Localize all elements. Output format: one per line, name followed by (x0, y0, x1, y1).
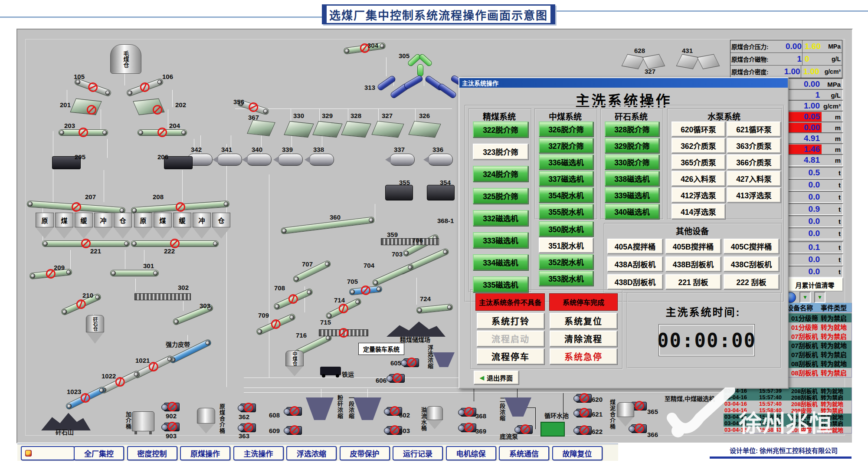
scraper-conveyor-icon[interactable] (381, 238, 439, 245)
system-menu-button[interactable] (21, 446, 75, 460)
device-button-350脱水机[interactable]: 350脱水机 (539, 221, 593, 236)
device-button-326脱介筛[interactable]: 326脱介筛 (539, 121, 593, 137)
control-button-系统复位[interactable]: 系统复位 (550, 313, 617, 329)
nav-button-原煤操作[interactable]: 原煤操作 (180, 446, 230, 460)
nav-button-密度控制[interactable]: 密度控制 (127, 446, 177, 460)
pump-icon[interactable] (517, 425, 533, 434)
control-button-清除流程[interactable]: 清除流程 (550, 331, 617, 347)
conveyor-icon[interactable] (110, 270, 159, 276)
magnetic-separator-icon[interactable] (217, 154, 242, 166)
device-button-438D刮板机[interactable]: 438D刮板机 (607, 274, 663, 289)
scraper-conveyor-icon[interactable] (134, 293, 191, 300)
device-button-334磁选机[interactable]: 334磁选机 (473, 254, 528, 270)
device-button-366介质泵[interactable]: 366介质泵 (727, 154, 781, 170)
pump-icon[interactable] (389, 374, 405, 383)
nav-button-主洗操作[interactable]: 主洗操作 (233, 446, 284, 460)
conveyor-icon[interactable] (42, 240, 130, 247)
pump-icon[interactable] (240, 404, 256, 412)
device-button-438A刮板机[interactable]: 438A刮板机 (607, 256, 663, 272)
device-button-438B刮板机[interactable]: 438B刮板机 (665, 256, 721, 272)
month-reset-button[interactable]: 月累计值清零 (786, 278, 843, 292)
event-row[interactable]: 03-04-1615:57:40208刮板机转为就地 (723, 401, 852, 407)
splitter-icon[interactable] (407, 56, 433, 76)
device-button-339磁选机[interactable]: 339磁选机 (605, 187, 659, 203)
conveyor-icon[interactable] (59, 129, 108, 136)
device-button-427入料泵[interactable]: 427入料泵 (727, 171, 781, 186)
device-button-332磁选机[interactable]: 332磁选机 (473, 210, 528, 226)
nav-button-电机综保[interactable]: 电机综保 (446, 446, 496, 460)
pump-icon[interactable] (164, 423, 180, 431)
pump-icon[interactable] (576, 394, 592, 403)
magnetic-separator-icon[interactable] (309, 154, 334, 166)
device-button-353脱水机[interactable]: 353脱水机 (539, 271, 593, 286)
device-button-327脱介筛[interactable]: 327脱介筛 (539, 138, 593, 153)
device-button-338磁选机[interactable]: 338磁选机 (605, 171, 659, 186)
device-button-352脱水机[interactable]: 352脱水机 (539, 254, 593, 269)
nav-button-全厂集控[interactable]: 全厂集控 (74, 446, 124, 460)
export-icon[interactable]: ▼ (814, 292, 825, 303)
dialog-titlebar[interactable]: 主汰系统操作 (459, 78, 788, 88)
event-row[interactable]: 03-04-1615:58:43209皮带转为禁启 (723, 420, 852, 427)
nav-button-系统通信[interactable]: 系统通信 (499, 446, 549, 460)
device-button-323脱介筛[interactable]: 323脱介筛 (473, 144, 528, 160)
pump-icon[interactable] (461, 408, 476, 417)
device-button-405A搅拌桶[interactable]: 405A搅拌桶 (607, 239, 663, 254)
device-button-438C刮板机[interactable]: 438C刮板机 (724, 256, 779, 272)
device-button-365介质泵[interactable]: 365介质泵 (671, 154, 725, 170)
control-button-流程停车[interactable]: 流程停车 (477, 348, 544, 364)
device-button-405B搅拌桶[interactable]: 405B搅拌桶 (665, 239, 721, 254)
device-button-405C搅拌桶[interactable]: 405C搅拌桶 (724, 239, 779, 254)
magnetic-separator-icon[interactable] (428, 154, 453, 166)
pump-icon[interactable] (240, 424, 256, 432)
pump-icon[interactable] (286, 426, 302, 435)
screen-icon[interactable] (371, 121, 404, 138)
conveyor-icon[interactable] (138, 129, 187, 136)
device-button-340磁选机[interactable]: 340磁选机 (605, 204, 659, 219)
nav-button-浮选浓缩[interactable]: 浮选浓缩 (286, 446, 337, 460)
magnetic-separator-icon[interactable] (390, 154, 415, 166)
conveyor-icon[interactable] (131, 240, 219, 247)
device-button-328脱介筛[interactable]: 328脱介筛 (605, 121, 659, 137)
device-button-414浮选泵[interactable]: 414浮选泵 (671, 204, 725, 219)
device-button-335磁选机[interactable]: 335磁选机 (473, 276, 528, 292)
exit-button[interactable]: ◀ 退出界面 (474, 371, 519, 384)
device-button-336磁选机[interactable]: 336磁选机 (539, 154, 593, 170)
device-button-362介质泵[interactable]: 362介质泵 (671, 138, 725, 153)
export-icon[interactable]: ▼ (799, 292, 811, 303)
event-row[interactable]: 03-04-1615:58:40209皮带转为禁启 (723, 407, 852, 414)
device-button-621循环泵[interactable]: 621循环泵 (727, 121, 781, 137)
scraper-conveyor-icon[interactable] (319, 329, 368, 336)
event-row[interactable]: 03-04-1615:58:40209皮带转为就地 (723, 414, 852, 420)
loading-system-box[interactable]: 定量装车系统 (358, 343, 404, 355)
pump-icon[interactable] (403, 358, 419, 367)
device-button-337磁选机[interactable]: 337磁选机 (539, 171, 593, 186)
pump-icon[interactable] (576, 426, 592, 435)
event-row[interactable]: 03-04-1615:58:43209皮带转为就地 (723, 427, 852, 433)
device-button-330脱介筛[interactable]: 330脱介筛 (605, 154, 659, 170)
device-button-322脱介筛[interactable]: 322脱介筛 (473, 121, 528, 138)
device-button-413浮选泵[interactable]: 413浮选泵 (727, 187, 781, 203)
pump-icon[interactable] (286, 407, 302, 416)
magnetic-separator-icon[interactable] (278, 154, 303, 166)
device-button-355脱水机[interactable]: 355脱水机 (539, 204, 593, 219)
pump-icon[interactable] (461, 424, 476, 432)
device-button-426入料泵[interactable]: 426入料泵 (671, 171, 725, 186)
device-button-329脱介筛[interactable]: 329脱介筛 (605, 138, 659, 153)
screen-icon[interactable] (408, 121, 441, 138)
pump-icon[interactable] (164, 403, 180, 411)
control-button-系统急停[interactable]: 系统急停 (550, 348, 617, 364)
nav-button-皮带保护[interactable]: 皮带保护 (340, 446, 390, 460)
pump-icon[interactable] (576, 409, 592, 417)
magnetic-separator-icon[interactable] (246, 154, 272, 166)
event-row[interactable]: 03-04-1615:57:40208刮板机转为禁启 (723, 394, 852, 401)
device-button-363介质泵[interactable]: 363介质泵 (727, 138, 781, 153)
control-button-流程启动[interactable]: 流程启动 (477, 331, 544, 347)
device-button-354脱水机[interactable]: 354脱水机 (539, 187, 593, 203)
device-button-222 刮板[interactable]: 222 刮板 (724, 274, 779, 289)
device-button-351脱水机[interactable]: 351脱水机 (539, 238, 593, 253)
dewatering-machine-icon[interactable] (385, 185, 413, 200)
nav-button-故障复位[interactable]: 故障复位 (552, 446, 603, 460)
device-button-221 刮板[interactable]: 221 刮板 (665, 274, 721, 289)
nav-button-运行记录[interactable]: 运行记录 (393, 446, 443, 460)
device-button-324脱介筛[interactable]: 324脱介筛 (473, 166, 528, 182)
